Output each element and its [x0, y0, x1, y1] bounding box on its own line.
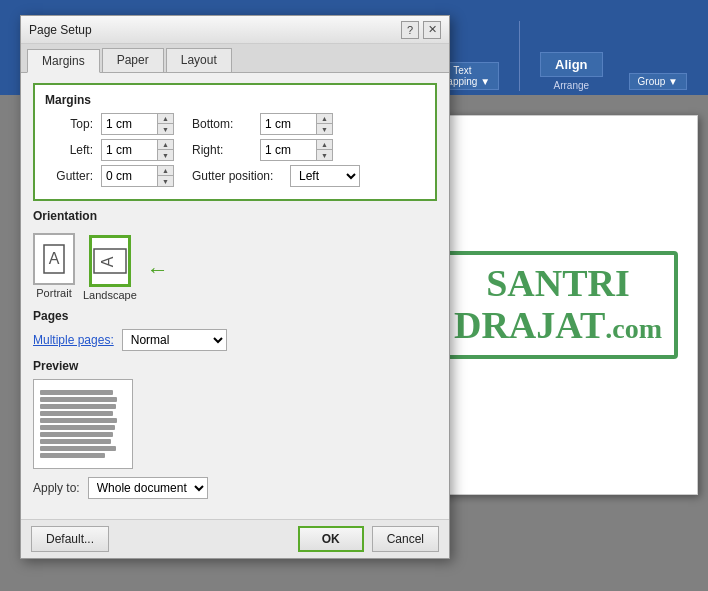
- left-down-btn[interactable]: ▼: [158, 150, 173, 160]
- apply-to-label: Apply to:: [33, 481, 80, 495]
- gutter-position-label: Gutter position:: [192, 169, 282, 183]
- bottom-down-btn[interactable]: ▼: [317, 124, 332, 134]
- close-button[interactable]: ✕: [423, 21, 441, 39]
- right-input-group[interactable]: ▲ ▼: [260, 139, 333, 161]
- dialog-titlebar: Page Setup ? ✕: [21, 16, 449, 44]
- right-label: Right:: [192, 143, 252, 157]
- top-input[interactable]: [102, 114, 157, 134]
- preview-line-8: [40, 439, 111, 444]
- right-up-btn[interactable]: ▲: [317, 140, 332, 150]
- svg-text:A: A: [49, 250, 60, 267]
- dialog-title: Page Setup: [29, 23, 92, 37]
- preview-line-10: [40, 453, 105, 458]
- preview-line-7: [40, 432, 113, 437]
- group-button[interactable]: Group ▼: [629, 73, 687, 90]
- pages-title: Pages: [33, 309, 437, 323]
- ribbon-group: Group ▼: [618, 72, 698, 91]
- green-arrow-icon: ←: [147, 257, 169, 283]
- landscape-icon: A: [89, 235, 131, 287]
- orientation-options: A Portrait A Landscape: [33, 233, 137, 301]
- footer-left: Default...: [31, 526, 109, 552]
- preview-line-4: [40, 411, 113, 416]
- bottom-input[interactable]: [261, 114, 316, 134]
- margins-title: Margins: [45, 93, 425, 107]
- tab-margins[interactable]: Margins: [27, 49, 100, 73]
- right-down-btn[interactable]: ▼: [317, 150, 332, 160]
- dialog-controls: ? ✕: [401, 21, 441, 39]
- ribbon-divider: [519, 21, 520, 91]
- right-input[interactable]: [261, 140, 316, 160]
- portrait-label: Portrait: [36, 287, 71, 299]
- gutter-spinner: ▲ ▼: [157, 166, 173, 186]
- preview-title: Preview: [33, 359, 437, 373]
- preview-line-1: [40, 390, 113, 395]
- gutter-input[interactable]: [102, 166, 157, 186]
- gutter-label: Gutter:: [45, 169, 93, 183]
- bottom-up-btn[interactable]: ▲: [317, 114, 332, 124]
- tab-layout[interactable]: Layout: [166, 48, 232, 72]
- left-spinner: ▲ ▼: [157, 140, 173, 160]
- pages-section: Pages Multiple pages: Normal Mirror marg…: [33, 309, 437, 351]
- apply-to-select[interactable]: Whole document This point forward This s…: [88, 477, 208, 499]
- preview-line-2: [40, 397, 117, 402]
- help-button[interactable]: ?: [401, 21, 419, 39]
- page-setup-dialog: Page Setup ? ✕ Margins Paper Layout Marg…: [20, 15, 450, 559]
- preview-section: Preview: [33, 359, 437, 469]
- preview-line-3: [40, 404, 116, 409]
- align-button[interactable]: Align: [540, 52, 603, 77]
- multiple-pages-select[interactable]: Normal Mirror margins 2 pages per sheet …: [122, 329, 227, 351]
- bottom-input-group[interactable]: ▲ ▼: [260, 113, 333, 135]
- watermark: SANTRIDRAJAT.com: [438, 251, 678, 359]
- orientation-options-row: A Portrait A Landscape: [33, 229, 437, 301]
- bottom-label: Bottom:: [192, 117, 252, 131]
- preview-line-9: [40, 446, 116, 451]
- left-input-group[interactable]: ▲ ▼: [101, 139, 174, 161]
- gutter-input-group[interactable]: ▲ ▼: [101, 165, 174, 187]
- left-input[interactable]: [102, 140, 157, 160]
- preview-box: [33, 379, 133, 469]
- pages-row: Multiple pages: Normal Mirror margins 2 …: [33, 329, 437, 351]
- tab-paper[interactable]: Paper: [102, 48, 164, 72]
- default-button[interactable]: Default...: [31, 526, 109, 552]
- footer-right: OK Cancel: [298, 526, 439, 552]
- orientation-title: Orientation: [33, 209, 437, 223]
- left-label: Left:: [45, 143, 93, 157]
- gutter-up-btn[interactable]: ▲: [158, 166, 173, 176]
- dialog-footer: Default... OK Cancel: [21, 519, 449, 558]
- multiple-pages-label[interactable]: Multiple pages:: [33, 333, 114, 347]
- gutter-row: Gutter: ▲ ▼ Gutter position: Left Top: [45, 165, 425, 187]
- top-down-btn[interactable]: ▼: [158, 124, 173, 134]
- top-label: Top:: [45, 117, 93, 131]
- orientation-section: Orientation A Portrait: [33, 209, 437, 301]
- left-right-row: Left: ▲ ▼ Right: ▲ ▼: [45, 139, 425, 161]
- gutter-down-btn[interactable]: ▼: [158, 176, 173, 186]
- cancel-button[interactable]: Cancel: [372, 526, 439, 552]
- dialog-body: Margins Top: ▲ ▼ Bottom: ▲ ▼: [21, 73, 449, 519]
- portrait-icon: A: [33, 233, 75, 285]
- right-spinner: ▲ ▼: [316, 140, 332, 160]
- preview-line-6: [40, 425, 115, 430]
- document-page: SANTRIDRAJAT.com: [418, 115, 698, 495]
- bottom-spinner: ▲ ▼: [316, 114, 332, 134]
- margins-section: Margins Top: ▲ ▼ Bottom: ▲ ▼: [33, 83, 437, 201]
- top-up-btn[interactable]: ▲: [158, 114, 173, 124]
- top-bottom-row: Top: ▲ ▼ Bottom: ▲ ▼: [45, 113, 425, 135]
- landscape-option[interactable]: A Landscape: [83, 235, 137, 301]
- apply-to-row: Apply to: Whole document This point forw…: [33, 477, 437, 499]
- ribbon-align: Align Arrange: [529, 51, 614, 91]
- preview-line-5: [40, 418, 117, 423]
- landscape-label: Landscape: [83, 289, 137, 301]
- tabs: Margins Paper Layout: [21, 44, 449, 73]
- top-spinner: ▲ ▼: [157, 114, 173, 134]
- gutter-position-select[interactable]: Left Top: [290, 165, 360, 187]
- top-input-group[interactable]: ▲ ▼: [101, 113, 174, 135]
- left-up-btn[interactable]: ▲: [158, 140, 173, 150]
- ok-button[interactable]: OK: [298, 526, 364, 552]
- portrait-option[interactable]: A Portrait: [33, 233, 75, 301]
- svg-text:A: A: [99, 256, 116, 267]
- arrange-label: Arrange: [553, 80, 589, 91]
